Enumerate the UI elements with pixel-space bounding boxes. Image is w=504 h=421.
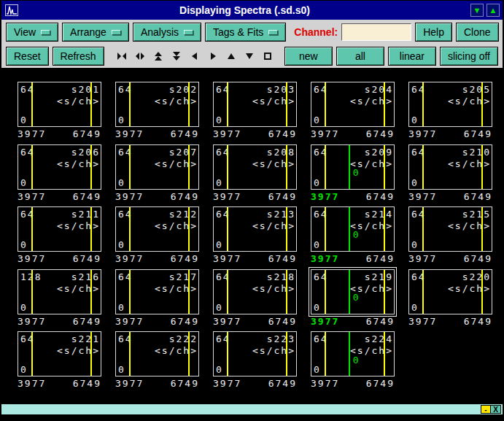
spectrum-plot[interactable]: 64 s213 <s/ch> 0	[213, 206, 297, 252]
nav-double-up-button[interactable]	[150, 48, 167, 64]
spectrum-panel: 64 s222 <s/ch> 0 3977 6749	[115, 331, 199, 390]
yellow-marker-right	[90, 207, 92, 251]
y-min-label: 0	[314, 240, 321, 250]
x-max-label: 6749	[366, 128, 395, 140]
action-toolbar: Reset Refresh new all linear slicing off	[1, 45, 503, 68]
maximize-button[interactable]: ▲	[486, 4, 500, 17]
spectrum-plot[interactable]: 64 s209 <s/ch> 0 0	[311, 144, 395, 190]
y-min-label: 0	[118, 303, 125, 312]
nav-down-button[interactable]	[241, 48, 258, 64]
window-title: Displaying Spectra (.sd.s0)	[22, 4, 468, 16]
analysis-menu-button[interactable]: Analysis	[133, 23, 201, 42]
x-min-label: 3977	[18, 316, 46, 328]
arrange-menu-button[interactable]: Arrange	[62, 23, 129, 42]
view-menu-button[interactable]: View	[6, 23, 58, 42]
green-cursor-line	[349, 145, 350, 189]
spectrum-plot[interactable]: 64 s207 <s/ch> 0	[115, 144, 199, 190]
all-button[interactable]: all	[336, 47, 384, 66]
yellow-marker-right	[384, 82, 385, 126]
spectrum-plot[interactable]: 64 s218 <s/ch> 0	[213, 269, 297, 314]
green-cursor-line	[349, 270, 350, 314]
nav-up-button[interactable]	[223, 48, 240, 64]
x-min-label: 3977	[115, 316, 144, 328]
y-min-label: 0	[118, 115, 125, 125]
scrollbar-close-button[interactable]: X	[491, 405, 501, 414]
spectrum-plot[interactable]: 64 s223 <s/ch> 0	[213, 331, 297, 376]
x-max-label: 6749	[464, 128, 492, 140]
iconify-button[interactable]: ▼	[470, 4, 484, 17]
spectrum-plot[interactable]: 64 s224 <s/ch> 0 0	[311, 331, 395, 376]
spectrum-plot[interactable]: 64 s217 <s/ch> 0	[115, 269, 199, 314]
nav-expand-horizontal-button[interactable]	[132, 48, 149, 64]
spectrum-plot[interactable]: 64 s202 <s/ch> 0	[115, 82, 199, 127]
spectrum-plot[interactable]: 64 s206 <s/ch> 0	[18, 144, 101, 190]
spectrum-plot[interactable]: 64 s210 <s/ch> 0	[408, 144, 492, 190]
reset-button[interactable]: Reset	[6, 47, 49, 66]
clone-button[interactable]: Clone	[456, 23, 499, 42]
yellow-marker-left	[227, 270, 228, 314]
spectrum-plot[interactable]: 64 s212 <s/ch> 0	[115, 206, 199, 252]
yellow-marker-left	[129, 145, 131, 189]
spectrum-plot[interactable]: 64 s215 <s/ch> 0	[408, 206, 492, 252]
spectrum-panel: 64 s215 <s/ch> 0 3977 6749	[408, 206, 492, 265]
spectrum-plot[interactable]: 64 s221 <s/ch> 0	[18, 331, 101, 376]
yellow-marker-left	[422, 145, 424, 189]
x-min-label: 3977	[213, 253, 241, 265]
x-max-label: 6749	[73, 253, 101, 265]
yellow-marker-right	[188, 270, 190, 314]
menu-indicator-icon	[184, 30, 193, 35]
spectrum-plot[interactable]: 64 s220 <s/ch> 0	[408, 269, 492, 314]
y-min-label: 0	[20, 115, 28, 125]
spectrum-name: s205	[462, 85, 491, 94]
up-icon	[226, 51, 236, 61]
help-button[interactable]: Help	[415, 23, 452, 42]
x-min-label: 3977	[115, 378, 144, 390]
spectrum-plot[interactable]: 64 s201 <s/ch> 0	[18, 82, 101, 127]
channel-input[interactable]	[341, 23, 411, 41]
new-button[interactable]: new	[284, 47, 333, 66]
spectrum-plot[interactable]: 64 s204 <s/ch> 0	[311, 82, 395, 127]
spectrum-name: s212	[169, 209, 198, 219]
horizontal-scrollbar[interactable]: - X	[1, 403, 503, 414]
slicing-toggle-button[interactable]: slicing off	[440, 47, 498, 66]
nav-square-button[interactable]	[260, 48, 276, 64]
spectrum-plot[interactable]: 64 s205 <s/ch> 0	[408, 82, 492, 127]
expand-horizontal-icon	[135, 51, 145, 61]
spectrum-name: s219	[365, 272, 393, 282]
yellow-marker-left	[325, 270, 326, 314]
spectrum-plot[interactable]: 64 s222 <s/ch> 0	[115, 331, 199, 376]
spectrum-plot[interactable]: 64 s203 <s/ch> 0	[213, 82, 297, 127]
x-axis-labels: 3977 6749	[213, 191, 297, 203]
nav-compress-horizontal-button[interactable]	[114, 48, 131, 64]
tags-fits-menu-button[interactable]: Tags & Fits	[205, 23, 286, 42]
titlebar[interactable]: Displaying Spectra (.sd.s0) ▼ ▲	[1, 1, 503, 20]
spectra-grid: 64 s201 <s/ch> 0 3977 6749 64 s202 <s/ch…	[1, 68, 503, 390]
unit-label: <s/ch>	[252, 346, 295, 355]
x-min-label: 3977	[213, 378, 241, 390]
spectrum-plot[interactable]: 128 s216 <s/ch> 0	[18, 269, 101, 314]
unit-label: <s/ch>	[155, 221, 198, 231]
nav-double-down-button[interactable]	[168, 48, 185, 64]
spectrum-panel: 64 s214 <s/ch> 0 0 3977 6749	[311, 206, 395, 265]
spectrum-plot[interactable]: 64 s208 <s/ch> 0	[213, 144, 297, 190]
x-max-label: 6749	[366, 253, 395, 265]
spectrum-plot[interactable]: 64 s211 <s/ch> 0	[18, 206, 101, 252]
nav-right-button[interactable]	[205, 48, 222, 64]
spectrum-plot[interactable]: 64 s219 <s/ch> 0 0	[311, 269, 395, 314]
scrollbar-minimize-button[interactable]: -	[481, 405, 491, 414]
y-min-label: 0	[118, 365, 125, 374]
spectrum-name: s202	[169, 85, 198, 94]
x-max-label: 6749	[268, 253, 297, 265]
spectrum-name: s201	[71, 85, 100, 94]
analysis-menu-label: Analysis	[141, 26, 179, 38]
spectrum-panel: 64 s206 <s/ch> 0 3977 6749	[18, 144, 101, 203]
yellow-marker-left	[31, 270, 33, 314]
nav-left-button[interactable]	[187, 48, 203, 64]
yellow-marker-right	[286, 270, 287, 314]
linear-button[interactable]: linear	[388, 47, 436, 66]
spectrum-plot[interactable]: 64 s214 <s/ch> 0 0	[311, 206, 395, 252]
unit-label: <s/ch>	[155, 284, 198, 293]
x-max-label: 6749	[464, 253, 492, 265]
refresh-button[interactable]: Refresh	[53, 47, 104, 66]
y-min-label: 0	[411, 240, 419, 250]
